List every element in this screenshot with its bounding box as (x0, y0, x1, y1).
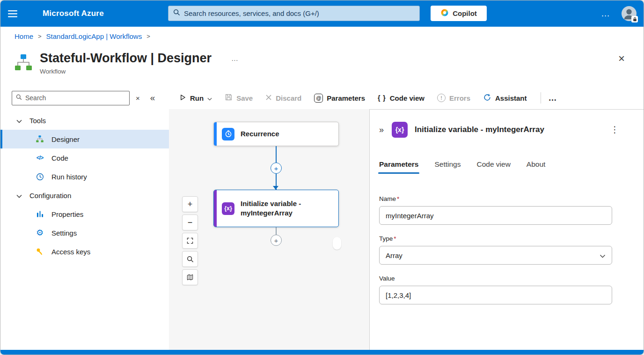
azure-brand[interactable]: Microsoft Azure (43, 9, 104, 18)
page-title-block: Stateful-Workflow | Designer … Workflow (40, 51, 239, 75)
sidebar-search-input[interactable] (25, 94, 125, 102)
expand-panel-icon[interactable]: » (379, 125, 384, 135)
tree-group-label: Tools (29, 117, 46, 125)
lock-icon (631, 16, 638, 22)
assistant-sparkle-icon (483, 93, 491, 103)
node-recurrence[interactable]: Recurrence (213, 122, 339, 146)
node-label: Recurrence (241, 129, 285, 139)
tree-group-label: Configuration (29, 192, 71, 200)
panel-tabs: Parameters Settings Code view About (379, 160, 644, 174)
name-input[interactable] (379, 206, 612, 225)
run-button[interactable]: Run (179, 94, 212, 103)
toolbar-more-icon[interactable]: … (549, 93, 557, 103)
tab-parameters[interactable]: Parameters (379, 160, 418, 174)
chevron-down-icon (207, 94, 212, 102)
designer-workflow-icon (35, 134, 44, 144)
discard-x-icon (265, 94, 272, 102)
parameters-form: Name* Type* Array (379, 195, 612, 304)
tab-about[interactable]: About (527, 160, 546, 174)
designer-toolbar: Run Save Discard @ Parameters { } C (169, 87, 644, 109)
hamburger-menu-icon[interactable] (0, 0, 25, 27)
variable-icon: {x} (392, 122, 408, 138)
tree-group-configuration[interactable]: Configuration (0, 186, 169, 205)
code-icon: </> (35, 153, 44, 163)
search-icon (173, 9, 180, 18)
chevron-down-icon (16, 192, 22, 200)
sidebar-item-properties[interactable]: Properties (0, 205, 169, 223)
name-label: Name* (379, 195, 612, 202)
parameters-at-icon: @ (314, 94, 323, 103)
canvas-zoom-controls: + − (182, 196, 198, 285)
connector-arrow (273, 186, 278, 190)
panel-title: Initialize variable - myIntegerArray (415, 125, 544, 134)
save-button[interactable]: Save (225, 93, 253, 103)
type-select[interactable]: Array (379, 246, 612, 265)
copilot-button[interactable]: Copilot (431, 6, 487, 21)
zoom-out-button[interactable]: − (182, 214, 198, 230)
recurrence-clock-icon (222, 128, 234, 141)
search-icon (16, 94, 22, 102)
bottom-accent-bar (0, 350, 644, 355)
history-clock-icon (35, 172, 44, 181)
errors-button[interactable]: ! Errors (437, 94, 470, 102)
breadcrumb-app-workflows[interactable]: StandardLogicApp | Workflows (46, 32, 142, 40)
global-search-input[interactable] (184, 9, 415, 17)
chevron-down-icon (16, 117, 22, 125)
global-search[interactable] (168, 6, 420, 21)
tree-group-tools[interactable]: Tools (0, 111, 169, 130)
kebab-menu-icon[interactable]: ⋮ (610, 124, 619, 135)
sidebar-item-code[interactable]: </> Code (0, 148, 169, 167)
collapse-sidebar-icon[interactable]: « (150, 93, 155, 103)
copilot-label: Copilot (453, 9, 477, 17)
parameters-button[interactable]: @ Parameters (314, 94, 365, 103)
designer-canvas[interactable]: Recurrence + {x} Initialize variable - m… (169, 109, 369, 350)
toolbar-divider (541, 92, 541, 104)
properties-bars-icon (35, 209, 44, 219)
header-more-icon[interactable]: … (601, 8, 611, 19)
workspace: Recurrence + {x} Initialize variable - m… (169, 109, 644, 350)
node-initialize-variable[interactable]: {x} Initialize variable - myIntegerArray (213, 190, 339, 227)
type-field-group: Type* Array (379, 235, 612, 265)
type-label: Type* (379, 235, 612, 242)
page-subtitle: Workflow (40, 68, 239, 75)
sidebar-item-label: Designer (51, 135, 80, 143)
zoom-in-button[interactable]: + (182, 196, 198, 212)
insert-step-button[interactable]: + (271, 163, 282, 174)
tab-code-view[interactable]: Code view (476, 160, 510, 174)
sidebar-top: × « (0, 87, 169, 109)
variable-icon: {x} (222, 202, 234, 215)
canvas-scrollbar-thumb[interactable] (333, 237, 341, 250)
workflow-icon (14, 53, 33, 73)
name-field-group: Name* (379, 195, 612, 225)
clear-search-icon[interactable]: × (136, 94, 140, 102)
close-icon[interactable]: × (618, 53, 625, 64)
breadcrumb-separator: > (146, 33, 150, 40)
page-header: Stateful-Workflow | Designer … Workflow … (0, 45, 644, 87)
sidebar-item-settings[interactable]: ⚙ Settings (0, 223, 169, 242)
braces-icon: { } (378, 94, 386, 102)
value-field-group: Value (379, 275, 612, 304)
sidebar-search[interactable] (12, 91, 130, 105)
discard-button[interactable]: Discard (265, 94, 301, 102)
main-area: Run Save Discard @ Parameters { } C (169, 87, 644, 350)
code-view-button[interactable]: { } Code view (378, 94, 424, 102)
header-right-cluster: … (601, 6, 644, 22)
copilot-icon (440, 8, 449, 18)
fit-view-icon[interactable] (182, 233, 198, 249)
sidebar-item-access-keys[interactable]: Access keys (0, 242, 169, 261)
value-input[interactable] (379, 286, 612, 304)
breadcrumb-home[interactable]: Home (15, 32, 33, 40)
page-title: Stateful-Workflow | Designer (40, 51, 212, 66)
minimap-icon[interactable] (182, 269, 198, 285)
sidebar-item-designer[interactable]: Designer (0, 130, 169, 148)
avatar[interactable] (621, 6, 637, 22)
sidebar-item-label: Access keys (51, 248, 90, 256)
assistant-button[interactable]: Assistant (483, 93, 527, 103)
canvas-search-icon[interactable] (182, 251, 198, 267)
error-icon: ! (437, 94, 446, 102)
sidebar-item-label: Run history (51, 173, 87, 181)
sidebar-item-run-history[interactable]: Run history (0, 167, 169, 186)
page-more-icon[interactable]: … (231, 54, 239, 62)
add-step-button[interactable]: + (271, 235, 282, 246)
tab-settings[interactable]: Settings (434, 160, 461, 174)
